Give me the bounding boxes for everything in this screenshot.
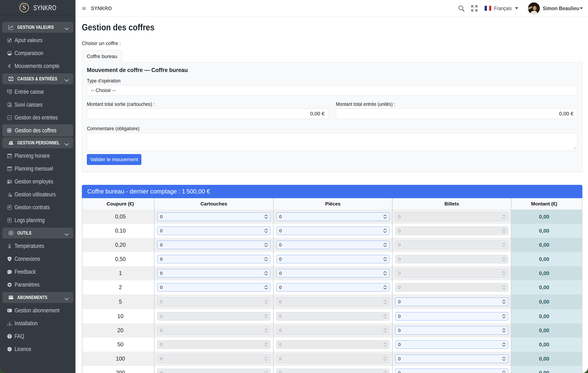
- svg-text:Aug: Aug: [8, 168, 11, 170]
